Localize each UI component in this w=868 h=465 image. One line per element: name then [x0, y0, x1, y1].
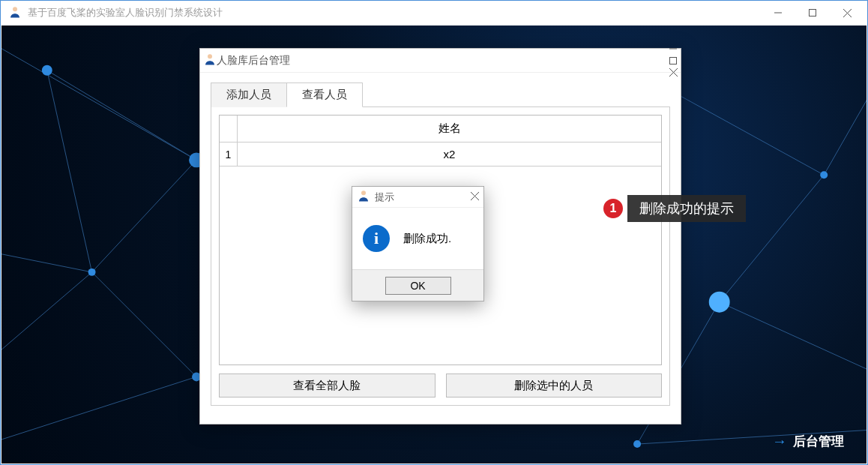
callout-number-badge: 1 — [602, 197, 624, 220]
info-message-box: 提示 i 删除成功. OK — [352, 186, 484, 302]
table-header-index — [220, 116, 238, 142]
tab-strip: 添加人员 查看人员 — [211, 82, 670, 107]
table-row[interactable]: 1 x2 — [220, 142, 661, 166]
svg-point-23 — [709, 292, 730, 313]
msgbox-body: i 删除成功. — [352, 208, 483, 269]
annotation-callout: 1 删除成功的提示 — [602, 194, 746, 224]
svg-line-6 — [92, 160, 197, 272]
msgbox-button-area: OK — [352, 269, 483, 301]
tab-add-person[interactable]: 添加人员 — [211, 82, 287, 107]
svg-line-11 — [47, 70, 92, 272]
backend-management-link[interactable]: → 后台管理 — [772, 433, 844, 450]
action-button-row: 查看全部人脸 删除选中的人员 — [219, 374, 662, 398]
mgmt-window-title: 人脸库后台管理 — [217, 54, 669, 68]
table-header-name: 姓名 — [238, 116, 661, 142]
svg-point-0 — [13, 7, 17, 11]
view-all-faces-button[interactable]: 查看全部人脸 — [219, 374, 435, 398]
callout-label: 删除成功的提示 — [627, 195, 746, 222]
svg-line-9 — [1, 376, 196, 444]
mgmt-app-icon — [203, 52, 217, 68]
msgbox-title: 提示 — [375, 190, 471, 204]
svg-point-26 — [633, 440, 641, 448]
arrow-right-icon: → — [772, 433, 787, 450]
table-header-row: 姓名 — [220, 116, 661, 142]
svg-point-21 — [88, 268, 96, 276]
svg-line-8 — [92, 272, 197, 377]
msgbox-titlebar: 提示 — [352, 187, 483, 208]
ok-button[interactable]: OK — [385, 277, 451, 295]
main-window-controls — [761, 2, 864, 24]
mgmt-titlebar: 人脸库后台管理 — [200, 49, 681, 73]
svg-line-12 — [1, 250, 92, 272]
info-icon: i — [363, 225, 390, 252]
mgmt-minimize-button[interactable] — [669, 43, 678, 55]
main-titlebar: 基于百度飞桨的实验室人脸识别门禁系统设计 — [1, 1, 867, 25]
msgbox-message: 删除成功. — [403, 232, 451, 246]
svg-point-32 — [361, 190, 366, 195]
close-button[interactable] — [830, 2, 864, 24]
svg-point-24 — [820, 171, 828, 178]
main-window-title: 基于百度飞桨的实验室人脸识别门禁系统设计 — [28, 6, 761, 20]
svg-line-7 — [1, 272, 92, 362]
table-row-index: 1 — [220, 142, 238, 166]
delete-selected-button[interactable]: 删除选中的人员 — [446, 374, 663, 398]
msgbox-app-icon — [357, 189, 370, 205]
svg-point-27 — [208, 54, 212, 58]
backend-link-label: 后台管理 — [793, 433, 844, 450]
maximize-button[interactable] — [795, 2, 830, 24]
mgmt-maximize-button[interactable] — [669, 55, 678, 67]
tab-view-person[interactable]: 查看人员 — [286, 82, 363, 107]
table-row-name: x2 — [238, 142, 661, 166]
svg-line-16 — [720, 302, 867, 377]
mgmt-close-button[interactable] — [669, 67, 678, 79]
svg-rect-29 — [670, 57, 677, 64]
msgbox-close-button[interactable] — [471, 191, 479, 202]
svg-line-17 — [824, 70, 867, 176]
svg-rect-2 — [810, 10, 816, 16]
minimize-button[interactable] — [761, 2, 795, 24]
svg-point-19 — [42, 65, 52, 76]
svg-line-10 — [47, 70, 196, 160]
app-icon — [8, 5, 23, 20]
mgmt-window-controls — [669, 43, 678, 79]
svg-line-13 — [675, 93, 824, 176]
